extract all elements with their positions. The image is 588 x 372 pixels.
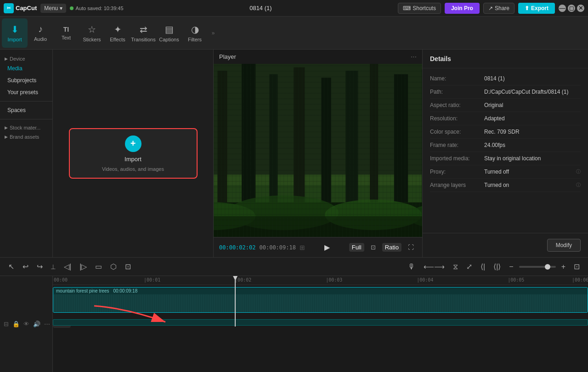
import-box[interactable]: + Import Videos, audios, and images [69, 128, 198, 179]
toolbar-import[interactable]: ⬇ Import [2, 18, 28, 48]
trim-left-button[interactable]: ◁| [61, 260, 74, 273]
track-collapse-button[interactable]: ⊟ [3, 320, 10, 328]
undo-button[interactable]: ↩ [20, 260, 31, 273]
toolbar-effects[interactable]: ✦ Effects [105, 18, 130, 48]
device-section[interactable]: ▶ Device [0, 53, 52, 62]
details-footer: Modify [423, 233, 588, 257]
device-label: Device [10, 56, 25, 62]
clip-duration: 00:00:09:18 [113, 288, 137, 293]
toolbar-text[interactable]: TI Text [53, 18, 79, 48]
ruler-mark-2: |00:02 [235, 277, 251, 282]
stock-section[interactable]: ▶ Stock mater... [0, 122, 52, 131]
ruler-mark-1: |00:01 [144, 277, 160, 282]
forest-overlay [214, 64, 422, 237]
ruler-mark-6: |00:06 [572, 277, 588, 282]
box-button[interactable]: ▭ [92, 260, 105, 273]
player-menu-icon[interactable]: ⋯ [411, 53, 417, 60]
zoom-slider[interactable] [519, 266, 556, 268]
trim-right-button[interactable]: |▷ [77, 260, 90, 273]
player-controls: 00:00:02:02 00:00:09:18 ⊞ ▶ Full ⊡ Ratio… [214, 237, 422, 257]
ruler-mark-0: 00:00 [54, 277, 68, 282]
player-title: Player [219, 53, 236, 60]
play-button[interactable]: ▶ [322, 241, 332, 254]
brand-section[interactable]: ▶ Brand assets [0, 131, 52, 141]
framerate-value: 24.00fps [484, 142, 581, 148]
proxy-value: Turned off [484, 169, 572, 175]
top-right-controls: ⌨ Shortcuts Join Pro ↗ Share ⬆ Export — … [398, 3, 584, 14]
audio-clip [53, 319, 588, 326]
brand-arrow-icon: ▶ [5, 135, 8, 139]
redo-button[interactable]: ↪ [34, 260, 45, 273]
detail-row-name: Name: 0814 (1) [430, 72, 581, 85]
arrange-info-icon[interactable]: ⓘ [576, 182, 581, 188]
video-clip[interactable]: mountain forest pine trees 00:00:09:18 [53, 287, 588, 313]
full-button[interactable]: Full [349, 243, 364, 252]
track-lock-button[interactable]: 🔒 [11, 320, 21, 328]
sidebar-item-presets[interactable]: Your presets [0, 86, 52, 98]
autosave-text: Auto saved: 10:39:45 [76, 6, 124, 11]
main-area: ▶ Device Media Subprojects Your presets … [0, 50, 588, 257]
playhead [235, 276, 236, 327]
close-button[interactable]: ✕ [577, 5, 584, 12]
shortcuts-label: Shortcuts [413, 5, 436, 11]
align-left-button[interactable]: ⟨| [478, 260, 488, 273]
track-visibility-button[interactable]: 👁 [23, 320, 30, 328]
restore-button[interactable]: ◻ [568, 5, 575, 12]
colorspace-label: Color space: [430, 129, 481, 135]
effects-label: Effects [110, 37, 125, 42]
sidebar-item-media[interactable]: Media [0, 62, 52, 74]
ratio-button[interactable]: Ratio [382, 243, 401, 252]
audio-replace-button[interactable]: ⤢ [464, 260, 475, 273]
imported-value: Stay in original location [484, 155, 581, 162]
framerate-label: Frame rate: [430, 142, 481, 148]
split-button[interactable]: ⟂ [48, 261, 58, 273]
mic-button[interactable]: 🎙 [405, 261, 418, 273]
detail-row-framerate: Frame rate: 24.00fps [430, 139, 581, 152]
fit-view-button[interactable]: ⊡ [571, 260, 582, 273]
name-value: 0814 (1) [484, 75, 581, 82]
text-icon: TI [63, 26, 69, 33]
audio-link-button[interactable]: ⟵⟶ [421, 260, 447, 273]
share-button[interactable]: ↗ Share [483, 3, 514, 14]
stickers-icon: ☆ [88, 24, 96, 35]
align-center-button[interactable]: ⟨|⟩ [491, 260, 503, 273]
select-tool-button[interactable]: ↖ [6, 260, 17, 273]
detail-row-colorspace: Color space: Rec. 709 SDR [430, 125, 581, 139]
player-video [214, 64, 422, 237]
fullscreen-button[interactable]: ⛶ [405, 243, 417, 252]
details-panel: Details Name: 0814 (1) Path: D:/CapCut/C… [423, 50, 588, 257]
main-toolbar: ⬇ Import ♪ Audio TI Text ☆ Stickers ✦ Ef… [0, 17, 588, 50]
marker-button[interactable]: ⬡ [107, 260, 119, 273]
arrange-label: Arrange layers [430, 182, 481, 188]
toolbar-captions[interactable]: ▤ Captions [156, 18, 182, 48]
toolbar-transitions[interactable]: ⇄ Transitions [130, 18, 156, 48]
minimize-button[interactable]: — [559, 5, 566, 12]
sidebar-item-subprojects[interactable]: Subprojects [0, 74, 52, 86]
ruler-mark-5: |00:05 [508, 277, 524, 282]
import-icon: ⬇ [11, 24, 19, 35]
aspect-label: Aspect ratio: [430, 102, 481, 108]
toolbar-stickers[interactable]: ☆ Stickers [79, 18, 105, 48]
ruler-mark-3: |00:03 [326, 277, 342, 282]
filters-label: Filters [188, 37, 202, 42]
shortcuts-button[interactable]: ⌨ Shortcuts [398, 3, 441, 14]
track-more-button[interactable]: ⋯ [43, 320, 51, 328]
toolbar-filters[interactable]: ◑ Filters [182, 18, 208, 48]
crop-button[interactable]: ⊡ [368, 243, 379, 252]
track-audio-button[interactable]: 🔊 [32, 320, 41, 328]
toolbar-audio[interactable]: ♪ Audio [28, 18, 53, 48]
modify-button[interactable]: Modify [547, 239, 581, 252]
toolbar-more-button[interactable]: » [208, 18, 219, 48]
left-divider-2 [0, 119, 52, 119]
note-button[interactable]: ⊡ [122, 260, 134, 273]
ruler-mark-4: |00:04 [417, 277, 433, 282]
proxy-info-icon[interactable]: ⓘ [576, 169, 581, 175]
brand-label: Brand assets [10, 134, 39, 140]
sidebar-item-spaces[interactable]: Spaces [0, 104, 52, 116]
menu-button[interactable]: Menu ▾ [40, 4, 66, 13]
details-header: Details [423, 50, 588, 68]
join-pro-button[interactable]: Join Pro [445, 3, 480, 14]
export-button[interactable]: ⬆ Export [518, 3, 555, 14]
timeline-content: ⊟ 🔒 👁 🔊 ⋯ Cover 00:00 |00:01 |00:02 |00:… [0, 276, 588, 372]
audio-detach-button[interactable]: ⧖ [450, 261, 461, 273]
